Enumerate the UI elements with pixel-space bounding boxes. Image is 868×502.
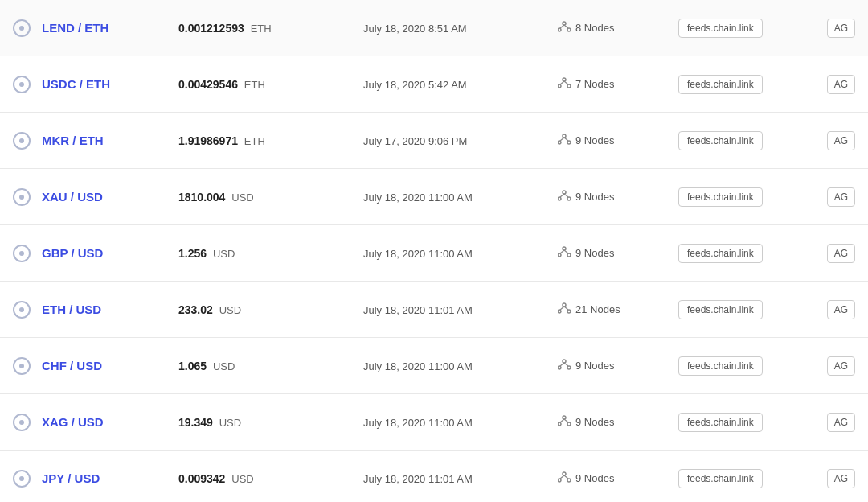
nodes-column: 9 Nodes — [558, 471, 678, 485]
svg-point-31 — [558, 366, 561, 369]
location-pin-icon — [13, 470, 31, 488]
feeds-chain-link-button[interactable]: feeds.chain.link — [678, 187, 763, 207]
update-date: July 18, 2020 5:42 AM — [363, 79, 467, 91]
pair-link[interactable]: JPY / USD — [42, 471, 100, 485]
update-date: July 18, 2020 11:00 AM — [363, 417, 473, 429]
svg-point-17 — [567, 197, 571, 200]
svg-line-24 — [564, 250, 568, 253]
feeds-chain-link-button[interactable]: feeds.chain.link — [678, 413, 763, 432]
svg-point-40 — [563, 472, 566, 475]
ag-badge-button[interactable]: AG — [827, 131, 855, 150]
value-column: 0.009342 USD — [178, 472, 363, 485]
row-icon — [13, 470, 42, 488]
nodes-column: 7 Nodes — [558, 77, 678, 91]
svg-point-2 — [567, 28, 571, 31]
svg-point-32 — [567, 366, 571, 369]
svg-line-19 — [564, 194, 568, 197]
ag-badge-button[interactable]: AG — [827, 469, 855, 488]
badge-column: AG — [807, 131, 855, 150]
table-row: XAU / USD 1810.004 USD July 18, 2020 11:… — [0, 169, 868, 225]
svg-point-26 — [558, 310, 561, 313]
svg-point-15 — [563, 191, 566, 194]
table-row: ETH / USD 233.02 USD July 18, 2020 11:01… — [0, 282, 868, 338]
price-unit: USD — [219, 304, 241, 316]
pair-link[interactable]: USDC / ETH — [42, 77, 110, 91]
row-icon — [13, 414, 42, 431]
pair-link[interactable]: CHF / USD — [42, 359, 102, 372]
date-column: July 18, 2020 11:01 AM — [363, 472, 558, 485]
pair-link[interactable]: XAG / USD — [42, 415, 104, 429]
date-column: July 18, 2020 11:01 AM — [363, 303, 558, 316]
price-unit: USD — [231, 473, 253, 485]
feeds-chain-link-button[interactable]: feeds.chain.link — [678, 244, 763, 263]
location-pin-icon — [13, 19, 31, 37]
nodes-column: 9 Nodes — [558, 134, 678, 147]
svg-line-13 — [560, 138, 564, 141]
location-pin-icon — [13, 188, 31, 206]
pair-link[interactable]: MKR / ETH — [42, 134, 104, 147]
nodes-info: 9 Nodes — [558, 134, 678, 147]
feeds-chain-link-button[interactable]: feeds.chain.link — [678, 469, 763, 488]
date-column: July 17, 2020 9:06 PM — [363, 134, 558, 147]
location-pin-icon — [13, 245, 31, 262]
price-unit: USD — [213, 360, 235, 372]
price-unit: USD — [213, 248, 235, 260]
location-pin-icon — [13, 132, 31, 150]
location-pin-icon — [13, 301, 31, 319]
nodes-info: 9 Nodes — [558, 471, 678, 485]
price-unit: ETH — [244, 135, 265, 147]
svg-line-3 — [560, 25, 564, 28]
nodes-column: 9 Nodes — [558, 246, 678, 260]
value-column: 233.02 USD — [178, 303, 363, 316]
pair-link[interactable]: LEND / ETH — [42, 21, 108, 35]
pair-link[interactable]: XAU / USD — [42, 190, 103, 204]
ag-badge-button[interactable]: AG — [827, 187, 855, 207]
svg-point-12 — [567, 141, 571, 144]
price-value: 1810.004 — [178, 191, 225, 204]
value-column: 1.065 USD — [178, 360, 363, 372]
nodes-icon — [558, 415, 571, 429]
price-value: 0.009342 — [178, 472, 225, 485]
badge-column: AG — [807, 469, 855, 488]
price-unit: ETH — [244, 79, 265, 91]
svg-line-39 — [564, 419, 568, 422]
nodes-column: 9 Nodes — [558, 415, 678, 429]
svg-point-10 — [563, 134, 566, 138]
row-icon — [13, 301, 42, 319]
row-icon — [13, 19, 42, 37]
feeds-chain-link-button[interactable]: feeds.chain.link — [678, 300, 763, 319]
svg-point-41 — [558, 479, 561, 482]
ag-badge-button[interactable]: AG — [827, 75, 855, 94]
feeds-link-column: feeds.chain.link — [678, 469, 807, 488]
ag-badge-button[interactable]: AG — [827, 300, 855, 319]
value-column: 1810.004 USD — [178, 191, 363, 204]
pair-column: LEND / ETH — [42, 21, 178, 35]
nodes-icon — [558, 21, 571, 35]
row-icon — [13, 188, 42, 206]
ag-badge-button[interactable]: AG — [827, 413, 855, 432]
ag-badge-button[interactable]: AG — [827, 19, 855, 38]
price-value: 1.065 — [178, 360, 207, 372]
ag-badge-button[interactable]: AG — [827, 244, 855, 263]
ag-badge-button[interactable]: AG — [827, 356, 855, 376]
nodes-info: 9 Nodes — [558, 246, 678, 260]
svg-point-20 — [563, 247, 566, 250]
row-icon — [13, 245, 42, 262]
svg-line-33 — [560, 363, 564, 366]
feeds-chain-link-button[interactable]: feeds.chain.link — [678, 19, 763, 38]
svg-line-44 — [564, 475, 568, 479]
feeds-chain-link-button[interactable]: feeds.chain.link — [678, 356, 763, 376]
value-column: 19.349 USD — [178, 416, 363, 429]
feeds-chain-link-button[interactable]: feeds.chain.link — [678, 131, 763, 150]
svg-point-16 — [558, 197, 561, 200]
nodes-icon — [558, 246, 571, 260]
pair-link[interactable]: GBP / USD — [42, 246, 103, 260]
price-value: 0.00429546 — [178, 78, 238, 91]
pair-link[interactable]: ETH / USD — [42, 302, 101, 316]
date-column: July 18, 2020 11:00 AM — [363, 360, 558, 372]
badge-column: AG — [807, 244, 855, 263]
feeds-chain-link-button[interactable]: feeds.chain.link — [678, 75, 763, 94]
svg-line-14 — [564, 138, 568, 141]
price-unit: USD — [231, 191, 253, 204]
svg-line-29 — [564, 307, 568, 310]
